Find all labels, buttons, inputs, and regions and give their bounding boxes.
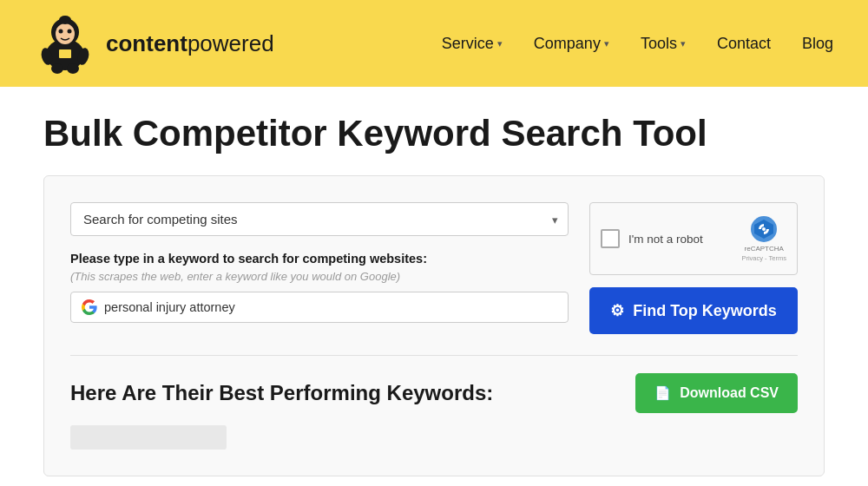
logo[interactable]: contentpowered xyxy=(35,13,274,74)
svg-point-4 xyxy=(68,30,72,34)
left-section: Search for competing sites ▾ Please type… xyxy=(70,202,569,323)
recaptcha-brand-text: reCAPTCHA xyxy=(745,245,784,253)
nav-blog[interactable]: Blog xyxy=(802,35,833,53)
nav-company[interactable]: Company ▾ xyxy=(534,35,609,53)
keyword-input-wrapper xyxy=(70,292,569,323)
keyword-input[interactable] xyxy=(104,300,557,314)
svg-rect-10 xyxy=(59,49,71,58)
competing-sites-dropdown[interactable]: Search for competing sites xyxy=(70,202,569,236)
chevron-down-icon: ▾ xyxy=(604,38,609,49)
find-btn-label: Find Top Keywords xyxy=(633,302,777,320)
recaptcha-links: Privacy - Terms xyxy=(741,254,786,262)
recaptcha-box[interactable]: I'm not a robot reCAPTCHA Privacy - Term xyxy=(589,202,798,275)
results-title: Here Are Their Best Performing Keywords: xyxy=(70,381,493,405)
svg-point-9 xyxy=(67,63,79,74)
logo-icon xyxy=(35,13,95,74)
main-content: Bulk Competitor Keyword Search Tool Sear… xyxy=(0,87,868,486)
recaptcha-label: I'm not a robot xyxy=(628,233,703,246)
find-keywords-button[interactable]: ⚙ Find Top Keywords xyxy=(589,287,798,334)
download-icon: 📄 xyxy=(654,385,671,401)
keyword-hint: (This scrapes the web, enter a keyword l… xyxy=(70,270,569,283)
page-title: Bulk Competitor Keyword Search Tool xyxy=(43,113,825,154)
nav-tools[interactable]: Tools ▾ xyxy=(641,35,686,53)
svg-point-2 xyxy=(56,23,75,44)
recaptcha-logo-icon xyxy=(750,215,778,243)
svg-point-8 xyxy=(51,63,63,74)
chevron-down-icon: ▾ xyxy=(497,38,503,49)
svg-point-12 xyxy=(762,227,766,231)
recaptcha-checkbox[interactable] xyxy=(601,229,620,248)
site-header: contentpowered Service ▾ Company ▾ Tools… xyxy=(0,0,868,87)
logo-text: contentpowered xyxy=(106,30,274,57)
section-divider xyxy=(70,355,798,356)
tool-top-row: Search for competing sites ▾ Please type… xyxy=(70,202,798,334)
download-btn-label: Download CSV xyxy=(680,385,779,401)
nav-contact[interactable]: Contact xyxy=(717,35,771,53)
chevron-down-icon: ▾ xyxy=(681,38,686,49)
recaptcha-right: reCAPTCHA Privacy - Terms xyxy=(741,215,786,262)
google-icon xyxy=(82,299,97,315)
bottom-row: Here Are Their Best Performing Keywords:… xyxy=(70,373,798,413)
right-section: I'm not a robot reCAPTCHA Privacy - Term xyxy=(589,202,798,334)
svg-point-3 xyxy=(59,30,63,34)
keyword-label: Please type in a keyword to search for c… xyxy=(70,252,569,266)
gear-icon: ⚙ xyxy=(610,301,624,320)
main-nav: Service ▾ Company ▾ Tools ▾ Contact Blog xyxy=(442,35,833,53)
tool-container: Search for competing sites ▾ Please type… xyxy=(43,175,825,476)
svg-point-5 xyxy=(59,16,71,24)
recaptcha-left: I'm not a robot xyxy=(601,229,703,248)
table-stub xyxy=(70,425,227,450)
download-csv-button[interactable]: 📄 Download CSV xyxy=(635,373,798,413)
nav-service[interactable]: Service ▾ xyxy=(442,35,503,53)
site-dropdown-wrapper: Search for competing sites ▾ xyxy=(70,202,569,236)
